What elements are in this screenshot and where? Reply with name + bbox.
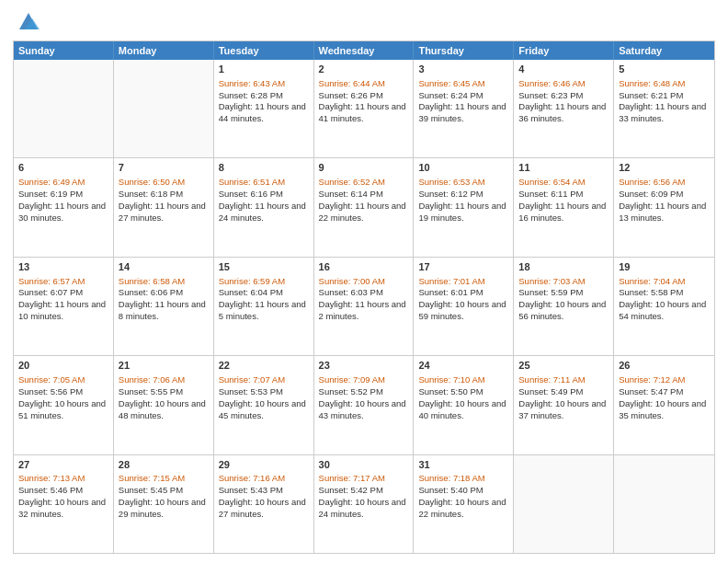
day-number: 1 [219,63,309,76]
sunrise-text: Sunrise: 7:07 AM [219,374,309,386]
daylight-text: Daylight: 11 hours and 5 minutes. [219,299,309,323]
calendar-cell-empty [614,455,714,553]
weekday-header-thursday: Thursday [414,41,514,60]
day-number: 30 [319,458,409,472]
weekday-header-monday: Monday [114,41,214,60]
day-number: 25 [518,359,609,373]
daylight-text: Daylight: 11 hours and 24 minutes. [219,201,309,224]
daylight-text: Daylight: 11 hours and 8 minutes. [119,299,209,323]
sunset-text: Sunset: 6:01 PM [418,287,508,299]
daylight-text: Daylight: 10 hours and 22 minutes. [418,497,508,521]
sunrise-text: Sunrise: 6:54 AM [518,177,609,189]
sunset-text: Sunset: 6:04 PM [219,287,309,299]
daylight-text: Daylight: 10 hours and 40 minutes. [418,398,508,422]
weekday-header-tuesday: Tuesday [214,41,314,60]
day-number: 10 [418,161,508,175]
day-number: 15 [219,260,309,274]
daylight-text: Daylight: 11 hours and 22 minutes. [319,201,409,224]
calendar-cell-9: 9Sunrise: 6:52 AMSunset: 6:14 PMDaylight… [314,158,415,256]
calendar-cell-30: 30Sunrise: 7:17 AMSunset: 5:42 PMDayligh… [314,455,415,553]
sunset-text: Sunset: 6:12 PM [418,189,508,201]
calendar-cell-28: 28Sunrise: 7:15 AMSunset: 5:45 PMDayligh… [114,455,214,553]
day-number: 16 [319,260,409,274]
sunrise-text: Sunrise: 6:43 AM [219,78,309,90]
calendar: SundayMondayTuesdayWednesdayThursdayFrid… [13,40,715,554]
sunset-text: Sunset: 5:55 PM [119,386,209,398]
sunrise-text: Sunrise: 7:10 AM [418,374,508,386]
day-number: 13 [18,260,108,274]
calendar-cell-12: 12Sunrise: 6:56 AMSunset: 6:09 PMDayligh… [614,158,714,256]
calendar-cell-2: 2Sunrise: 6:44 AMSunset: 6:26 PMDaylight… [314,60,415,157]
calendar-cell-15: 15Sunrise: 6:59 AMSunset: 6:04 PMDayligh… [214,258,314,355]
calendar-cell-7: 7Sunrise: 6:50 AMSunset: 6:18 PMDaylight… [114,158,214,256]
sunset-text: Sunset: 6:14 PM [319,189,409,201]
calendar-row-3: 13Sunrise: 6:57 AMSunset: 6:07 PMDayligh… [14,257,714,355]
calendar-cell-empty [14,60,114,157]
sunrise-text: Sunrise: 7:04 AM [619,276,710,288]
sunrise-text: Sunrise: 7:16 AM [219,473,309,485]
day-number: 28 [119,458,209,472]
day-number: 3 [418,63,508,76]
sunset-text: Sunset: 6:11 PM [518,189,609,201]
sunset-text: Sunset: 5:46 PM [18,485,108,497]
day-number: 11 [518,161,609,175]
sunset-text: Sunset: 6:24 PM [418,90,508,102]
daylight-text: Daylight: 10 hours and 37 minutes. [518,398,609,422]
sunset-text: Sunset: 5:40 PM [418,485,508,497]
day-number: 21 [119,359,209,373]
sunrise-text: Sunrise: 6:57 AM [18,276,108,288]
daylight-text: Daylight: 10 hours and 35 minutes. [619,398,710,422]
sunrise-text: Sunrise: 7:18 AM [418,473,508,485]
sunset-text: Sunset: 5:43 PM [219,485,309,497]
daylight-text: Daylight: 11 hours and 30 minutes. [18,201,108,224]
sunset-text: Sunset: 6:09 PM [619,189,710,201]
day-number: 9 [319,161,409,175]
sunrise-text: Sunrise: 6:44 AM [319,78,409,90]
sunset-text: Sunset: 5:42 PM [319,485,409,497]
calendar-cell-5: 5Sunrise: 6:48 AMSunset: 6:21 PMDaylight… [614,60,714,157]
sunrise-text: Sunrise: 7:12 AM [619,374,710,386]
day-number: 18 [518,260,609,274]
day-number: 4 [518,63,609,76]
calendar-cell-24: 24Sunrise: 7:10 AMSunset: 5:50 PMDayligh… [414,356,514,454]
calendar-cell-20: 20Sunrise: 7:05 AMSunset: 5:56 PMDayligh… [14,356,114,454]
sunset-text: Sunset: 6:23 PM [518,90,609,102]
sunset-text: Sunset: 5:53 PM [219,386,309,398]
day-number: 17 [418,260,508,274]
day-number: 7 [119,161,209,175]
calendar-cell-3: 3Sunrise: 6:45 AMSunset: 6:24 PMDaylight… [414,60,514,157]
daylight-text: Daylight: 10 hours and 27 minutes. [219,497,309,521]
calendar-cell-31: 31Sunrise: 7:18 AMSunset: 5:40 PMDayligh… [414,455,514,553]
sunset-text: Sunset: 5:52 PM [319,386,409,398]
sunrise-text: Sunrise: 7:06 AM [119,374,209,386]
day-number: 5 [619,63,710,76]
sunrise-text: Sunrise: 7:17 AM [319,473,409,485]
sunset-text: Sunset: 5:47 PM [619,386,710,398]
daylight-text: Daylight: 11 hours and 27 minutes. [119,201,209,224]
weekday-header-sunday: Sunday [14,41,114,60]
daylight-text: Daylight: 11 hours and 41 minutes. [319,101,409,125]
calendar-row-2: 6Sunrise: 6:49 AMSunset: 6:19 PMDaylight… [14,157,714,256]
sunrise-text: Sunrise: 6:45 AM [418,78,508,90]
day-number: 14 [119,260,209,274]
day-number: 26 [619,359,710,373]
daylight-text: Daylight: 11 hours and 39 minutes. [418,101,508,125]
weekday-header-saturday: Saturday [614,41,714,60]
sunset-text: Sunset: 6:21 PM [619,90,710,102]
daylight-text: Daylight: 10 hours and 51 minutes. [18,398,108,422]
daylight-text: Daylight: 10 hours and 59 minutes. [418,299,508,323]
daylight-text: Daylight: 10 hours and 48 minutes. [119,398,209,422]
sunset-text: Sunset: 6:18 PM [119,189,209,201]
day-number: 6 [18,161,108,175]
sunrise-text: Sunrise: 6:59 AM [219,276,309,288]
calendar-cell-empty [114,60,214,157]
weekday-header-friday: Friday [514,41,614,60]
weekday-header-wednesday: Wednesday [314,41,415,60]
day-number: 23 [319,359,409,373]
day-number: 12 [619,161,710,175]
calendar-cell-29: 29Sunrise: 7:16 AMSunset: 5:43 PMDayligh… [214,455,314,553]
day-number: 29 [219,458,309,472]
day-number: 2 [319,63,409,76]
sunrise-text: Sunrise: 6:46 AM [518,78,609,90]
daylight-text: Daylight: 11 hours and 13 minutes. [619,201,710,224]
